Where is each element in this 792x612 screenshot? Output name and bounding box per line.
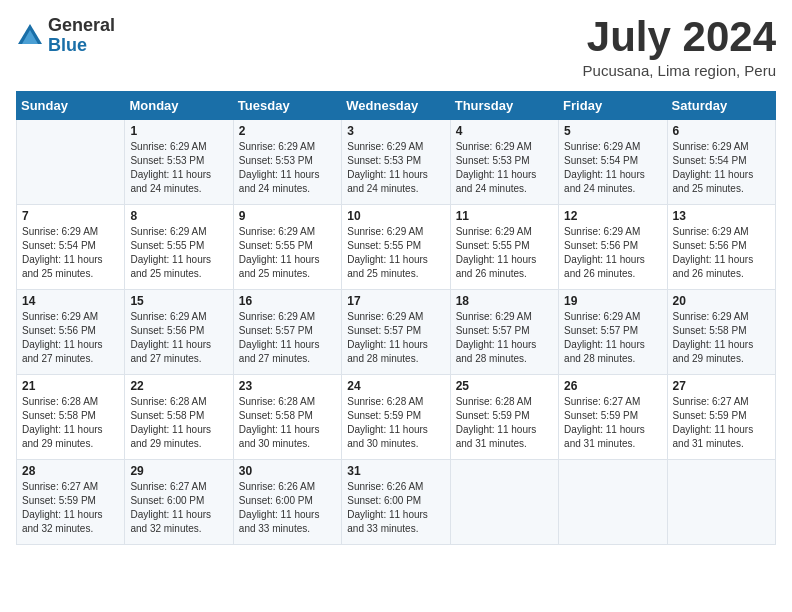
calendar-cell: 18Sunrise: 6:29 AMSunset: 5:57 PMDayligh… [450, 290, 558, 375]
calendar-week-row: 14Sunrise: 6:29 AMSunset: 5:56 PMDayligh… [17, 290, 776, 375]
calendar-cell: 31Sunrise: 6:26 AMSunset: 6:00 PMDayligh… [342, 460, 450, 545]
logo-icon [16, 22, 44, 50]
day-number: 21 [22, 379, 119, 393]
day-number: 27 [673, 379, 770, 393]
day-info: Sunrise: 6:29 AMSunset: 5:56 PMDaylight:… [564, 225, 661, 281]
day-number: 9 [239, 209, 336, 223]
calendar-week-row: 1Sunrise: 6:29 AMSunset: 5:53 PMDaylight… [17, 120, 776, 205]
day-number: 29 [130, 464, 227, 478]
day-info: Sunrise: 6:27 AMSunset: 5:59 PMDaylight:… [673, 395, 770, 451]
day-info: Sunrise: 6:29 AMSunset: 5:55 PMDaylight:… [347, 225, 444, 281]
calendar-cell: 19Sunrise: 6:29 AMSunset: 5:57 PMDayligh… [559, 290, 667, 375]
location-title: Pucusana, Lima region, Peru [583, 62, 776, 79]
day-number: 31 [347, 464, 444, 478]
day-info: Sunrise: 6:29 AMSunset: 5:56 PMDaylight:… [673, 225, 770, 281]
day-number: 3 [347, 124, 444, 138]
day-number: 6 [673, 124, 770, 138]
day-number: 16 [239, 294, 336, 308]
day-number: 25 [456, 379, 553, 393]
header-thursday: Thursday [450, 92, 558, 120]
calendar-cell: 30Sunrise: 6:26 AMSunset: 6:00 PMDayligh… [233, 460, 341, 545]
day-info: Sunrise: 6:29 AMSunset: 5:54 PMDaylight:… [22, 225, 119, 281]
day-info: Sunrise: 6:29 AMSunset: 5:57 PMDaylight:… [239, 310, 336, 366]
calendar-cell [559, 460, 667, 545]
page-header: General Blue July 2024 Pucusana, Lima re… [16, 16, 776, 79]
calendar-cell: 21Sunrise: 6:28 AMSunset: 5:58 PMDayligh… [17, 375, 125, 460]
day-number: 22 [130, 379, 227, 393]
calendar-cell: 17Sunrise: 6:29 AMSunset: 5:57 PMDayligh… [342, 290, 450, 375]
day-number: 10 [347, 209, 444, 223]
day-number: 7 [22, 209, 119, 223]
calendar-header: Sunday Monday Tuesday Wednesday Thursday… [17, 92, 776, 120]
calendar-cell: 22Sunrise: 6:28 AMSunset: 5:58 PMDayligh… [125, 375, 233, 460]
month-title: July 2024 [583, 16, 776, 58]
day-number: 18 [456, 294, 553, 308]
title-block: July 2024 Pucusana, Lima region, Peru [583, 16, 776, 79]
day-number: 12 [564, 209, 661, 223]
header-friday: Friday [559, 92, 667, 120]
day-info: Sunrise: 6:29 AMSunset: 5:53 PMDaylight:… [239, 140, 336, 196]
day-info: Sunrise: 6:28 AMSunset: 5:59 PMDaylight:… [347, 395, 444, 451]
day-number: 17 [347, 294, 444, 308]
calendar-cell: 2Sunrise: 6:29 AMSunset: 5:53 PMDaylight… [233, 120, 341, 205]
day-info: Sunrise: 6:28 AMSunset: 5:59 PMDaylight:… [456, 395, 553, 451]
day-info: Sunrise: 6:29 AMSunset: 5:57 PMDaylight:… [564, 310, 661, 366]
calendar-cell: 24Sunrise: 6:28 AMSunset: 5:59 PMDayligh… [342, 375, 450, 460]
calendar-table: Sunday Monday Tuesday Wednesday Thursday… [16, 91, 776, 545]
calendar-cell: 8Sunrise: 6:29 AMSunset: 5:55 PMDaylight… [125, 205, 233, 290]
header-sunday: Sunday [17, 92, 125, 120]
day-info: Sunrise: 6:29 AMSunset: 5:57 PMDaylight:… [347, 310, 444, 366]
day-number: 23 [239, 379, 336, 393]
calendar-cell: 23Sunrise: 6:28 AMSunset: 5:58 PMDayligh… [233, 375, 341, 460]
day-number: 4 [456, 124, 553, 138]
day-number: 20 [673, 294, 770, 308]
calendar-cell: 7Sunrise: 6:29 AMSunset: 5:54 PMDaylight… [17, 205, 125, 290]
day-info: Sunrise: 6:29 AMSunset: 5:55 PMDaylight:… [130, 225, 227, 281]
logo: General Blue [16, 16, 115, 56]
calendar-cell: 12Sunrise: 6:29 AMSunset: 5:56 PMDayligh… [559, 205, 667, 290]
calendar-body: 1Sunrise: 6:29 AMSunset: 5:53 PMDaylight… [17, 120, 776, 545]
calendar-cell [450, 460, 558, 545]
calendar-cell: 5Sunrise: 6:29 AMSunset: 5:54 PMDaylight… [559, 120, 667, 205]
calendar-week-row: 28Sunrise: 6:27 AMSunset: 5:59 PMDayligh… [17, 460, 776, 545]
day-info: Sunrise: 6:27 AMSunset: 5:59 PMDaylight:… [564, 395, 661, 451]
day-number: 15 [130, 294, 227, 308]
day-info: Sunrise: 6:29 AMSunset: 5:54 PMDaylight:… [673, 140, 770, 196]
calendar-cell: 1Sunrise: 6:29 AMSunset: 5:53 PMDaylight… [125, 120, 233, 205]
calendar-week-row: 21Sunrise: 6:28 AMSunset: 5:58 PMDayligh… [17, 375, 776, 460]
calendar-cell: 16Sunrise: 6:29 AMSunset: 5:57 PMDayligh… [233, 290, 341, 375]
day-info: Sunrise: 6:26 AMSunset: 6:00 PMDaylight:… [239, 480, 336, 536]
header-row: Sunday Monday Tuesday Wednesday Thursday… [17, 92, 776, 120]
calendar-cell: 14Sunrise: 6:29 AMSunset: 5:56 PMDayligh… [17, 290, 125, 375]
day-number: 24 [347, 379, 444, 393]
calendar-cell: 6Sunrise: 6:29 AMSunset: 5:54 PMDaylight… [667, 120, 775, 205]
day-info: Sunrise: 6:29 AMSunset: 5:57 PMDaylight:… [456, 310, 553, 366]
day-info: Sunrise: 6:29 AMSunset: 5:53 PMDaylight:… [130, 140, 227, 196]
calendar-cell: 25Sunrise: 6:28 AMSunset: 5:59 PMDayligh… [450, 375, 558, 460]
day-number: 13 [673, 209, 770, 223]
calendar-cell: 10Sunrise: 6:29 AMSunset: 5:55 PMDayligh… [342, 205, 450, 290]
header-tuesday: Tuesday [233, 92, 341, 120]
day-number: 26 [564, 379, 661, 393]
day-number: 1 [130, 124, 227, 138]
calendar-cell: 11Sunrise: 6:29 AMSunset: 5:55 PMDayligh… [450, 205, 558, 290]
calendar-cell: 20Sunrise: 6:29 AMSunset: 5:58 PMDayligh… [667, 290, 775, 375]
day-info: Sunrise: 6:26 AMSunset: 6:00 PMDaylight:… [347, 480, 444, 536]
day-number: 14 [22, 294, 119, 308]
header-wednesday: Wednesday [342, 92, 450, 120]
calendar-cell: 15Sunrise: 6:29 AMSunset: 5:56 PMDayligh… [125, 290, 233, 375]
calendar-cell: 4Sunrise: 6:29 AMSunset: 5:53 PMDaylight… [450, 120, 558, 205]
day-number: 8 [130, 209, 227, 223]
day-info: Sunrise: 6:29 AMSunset: 5:58 PMDaylight:… [673, 310, 770, 366]
day-info: Sunrise: 6:29 AMSunset: 5:56 PMDaylight:… [130, 310, 227, 366]
day-info: Sunrise: 6:29 AMSunset: 5:55 PMDaylight:… [456, 225, 553, 281]
calendar-cell [17, 120, 125, 205]
calendar-cell: 13Sunrise: 6:29 AMSunset: 5:56 PMDayligh… [667, 205, 775, 290]
day-info: Sunrise: 6:29 AMSunset: 5:54 PMDaylight:… [564, 140, 661, 196]
day-info: Sunrise: 6:28 AMSunset: 5:58 PMDaylight:… [22, 395, 119, 451]
day-info: Sunrise: 6:28 AMSunset: 5:58 PMDaylight:… [239, 395, 336, 451]
logo-general: General [48, 16, 115, 36]
calendar-cell: 26Sunrise: 6:27 AMSunset: 5:59 PMDayligh… [559, 375, 667, 460]
calendar-cell: 9Sunrise: 6:29 AMSunset: 5:55 PMDaylight… [233, 205, 341, 290]
header-monday: Monday [125, 92, 233, 120]
